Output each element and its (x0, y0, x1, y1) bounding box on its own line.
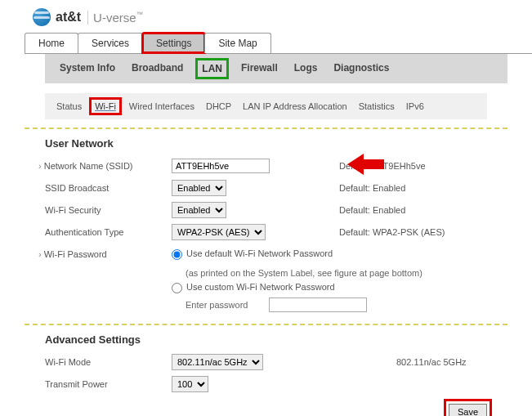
logo-area: at&t U-verse™ (0, 0, 532, 33)
advanced-section: Advanced Settings Wi-Fi Mode 802.11n/ac … (45, 333, 487, 394)
lantab-wifi[interactable]: Wi-Fi (93, 101, 118, 111)
lantab-status[interactable]: Status (56, 101, 82, 111)
tab-sitemap[interactable]: Site Map (204, 33, 270, 53)
svg-marker-0 (347, 154, 384, 175)
att-globe-icon (33, 8, 51, 26)
ssid-label: Network Name (SSID) (45, 161, 172, 171)
lantab-ipv6[interactable]: IPv6 (406, 101, 424, 111)
tab-settings[interactable]: Settings (142, 33, 205, 53)
auth-label: Authentication Type (45, 227, 172, 237)
pw-custom-label: Use custom Wi-Fi Network Password (186, 282, 335, 292)
main-tabs: Home Services Settings Site Map (25, 33, 532, 54)
att-brand-text: at&t (56, 10, 81, 25)
subtab-lan[interactable]: LAN (199, 62, 225, 75)
broadcast-select[interactable]: Enabled (172, 180, 226, 196)
lantab-ipalloc[interactable]: LAN IP Address Allocation (243, 101, 347, 111)
broadcast-default: Default: Enabled (339, 183, 405, 193)
pw-enter-label: Enter password (186, 300, 248, 310)
subtab-logs[interactable]: Logs (294, 62, 318, 75)
ssid-input[interactable] (172, 159, 270, 173)
advanced-title: Advanced Settings (45, 333, 487, 346)
power-select[interactable]: 100 (172, 376, 208, 392)
separator (25, 127, 507, 129)
save-button[interactable]: Save (449, 404, 487, 416)
mode-label: Wi-Fi Mode (45, 357, 172, 367)
highlight-arrow-icon (347, 152, 384, 177)
separator (25, 324, 507, 325)
pw-default-radio[interactable] (172, 249, 182, 260)
mode-default: 802.11n/ac 5GHz (396, 357, 467, 367)
pw-default-sublabel: (as printed on the System Label, see fig… (186, 266, 487, 280)
tab-services[interactable]: Services (78, 33, 143, 53)
power-label: Transmit Power (45, 379, 172, 389)
tab-home[interactable]: Home (25, 33, 78, 53)
subtab-firewall[interactable]: Firewall (241, 62, 278, 75)
subtab-system-info[interactable]: System Info (60, 62, 115, 75)
pw-default-label: Use default Wi-Fi Network Password (186, 248, 333, 258)
settings-subtabs: System Info Broadband LAN Firewall Logs … (45, 54, 507, 83)
uverse-brand-text: U-verse™ (87, 11, 143, 25)
lantab-dhcp[interactable]: DHCP (206, 101, 231, 111)
broadcast-label: SSID Broadcast (45, 183, 172, 193)
mode-select[interactable]: 802.11n/ac 5GHz (172, 354, 263, 370)
subtab-diagnostics[interactable]: Diagnostics (333, 62, 389, 75)
lan-subtabs: Status Wi-Fi Wired Interfaces DHCP LAN I… (45, 93, 487, 119)
auth-default: Default: WPA2-PSK (AES) (339, 227, 445, 237)
subtab-broadband[interactable]: Broadband (132, 62, 183, 75)
pw-custom-input[interactable] (269, 297, 367, 312)
pw-custom-radio[interactable] (172, 283, 182, 293)
lantab-stats[interactable]: Statistics (359, 101, 395, 111)
user-network-section: User Network Network Name (SSID) Default… (45, 137, 487, 314)
lantab-wired[interactable]: Wired Interfaces (129, 101, 194, 111)
auth-select[interactable]: WPA2-PSK (AES) (172, 224, 266, 240)
security-default: Default: Enabled (339, 205, 405, 215)
security-label: Wi-Fi Security (45, 205, 172, 215)
user-network-title: User Network (45, 137, 487, 150)
security-select[interactable]: Enabled (172, 202, 226, 218)
password-label: Wi-Fi Password (45, 249, 172, 259)
